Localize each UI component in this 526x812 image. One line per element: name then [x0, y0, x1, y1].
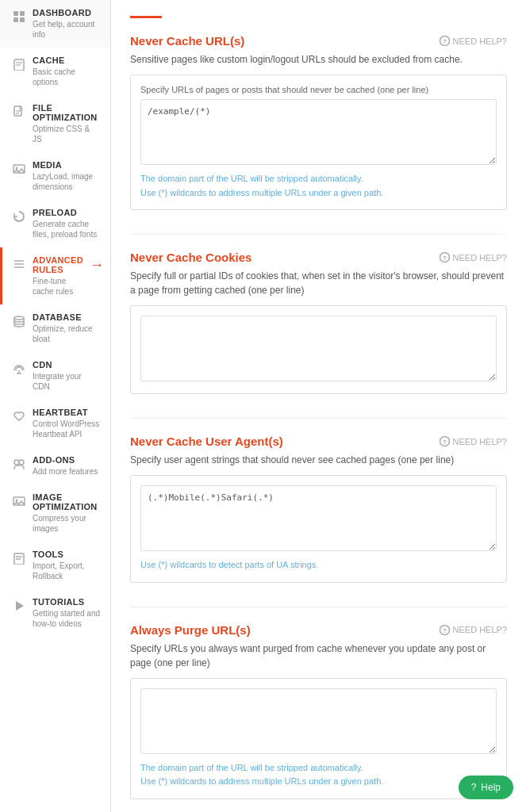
- sidebar-item-preload[interactable]: PRELOADGenerate cache files, preload fon…: [0, 200, 110, 247]
- svg-text:?: ?: [443, 255, 447, 262]
- svg-rect-1: [20, 11, 25, 16]
- sidebar-item-desc-preload: Generate cache files, preload fonts: [33, 219, 101, 239]
- svg-text:?: ?: [443, 627, 447, 634]
- sidebar-item-title-advanced-rules: ADVANCED RULES: [33, 255, 83, 274]
- sidebar-item-tools[interactable]: TOOLSImport, Export, Rollback: [0, 542, 110, 589]
- sidebar-item-media[interactable]: MEDIALazyLoad, image dimensions: [0, 152, 110, 200]
- sidebar-item-file-optimization[interactable]: FILE OPTIMIZATIONOptimize CSS & JS: [0, 95, 110, 152]
- section-title-never-cache-cookies: Never Cache Cookies: [130, 251, 251, 264]
- sidebar-item-title-add-ons: ADD-ONS: [33, 455, 101, 465]
- section-never-cache-user-agent: Never Cache User Agent(s)? NEED HELP?Spe…: [130, 418, 507, 583]
- sidebar-item-desc-image-optimization: Compress your images: [33, 513, 101, 534]
- main-content: Never Cache URL(s)? NEED HELP?Sensitive …: [111, 0, 526, 812]
- sidebar-item-title-database: DATABASE: [33, 312, 101, 322]
- sidebar-item-dashboard[interactable]: DASHBOARDGet help, account info: [0, 0, 110, 48]
- sidebar-item-desc-file-optimization: Optimize CSS & JS: [33, 124, 101, 144]
- section-header-never-cache-user-agent: Never Cache User Agent(s)? NEED HELP?: [130, 435, 507, 448]
- sidebar-item-title-tutorials: TUTORIALS: [33, 597, 101, 607]
- need-help-never-cache-user-agent[interactable]: ? NEED HELP?: [440, 436, 507, 446]
- sidebar-item-desc-media: LazyLoad, image dimensions: [33, 171, 101, 192]
- sidebar-item-desc-tutorials: Getting started and how-to videos: [33, 608, 101, 629]
- sidebar-item-database[interactable]: DATABASEOptimize, reduce bloat: [0, 304, 110, 352]
- section-divider: [130, 607, 507, 607]
- section-header-never-cache-cookies: Never Cache Cookies? NEED HELP?: [130, 251, 507, 264]
- svg-point-19: [19, 460, 24, 465]
- media-icon: [12, 162, 26, 176]
- section-never-cache-urls: Never Cache URL(s)? NEED HELP?Sensitive …: [130, 34, 507, 210]
- textarea-always-purge-urls[interactable]: [140, 688, 497, 754]
- sidebar-item-desc-database: Optimize, reduce bloat: [33, 324, 101, 344]
- sidebar-item-desc-dashboard: Get help, account info: [33, 19, 101, 40]
- sidebar-item-cache[interactable]: CACHEBasic cache options: [0, 48, 110, 95]
- sidebar-item-title-file-optimization: FILE OPTIMIZATION: [33, 103, 101, 122]
- section-desc-always-purge-urls: Specify URLs you always want purged from…: [130, 642, 507, 670]
- sidebar-item-title-tools: TOOLS: [33, 550, 101, 559]
- help-button[interactable]: ? Help: [459, 776, 513, 799]
- field-label-never-cache-urls: Specify URLs of pages or posts that shou…: [140, 85, 497, 94]
- svg-point-18: [14, 460, 19, 465]
- preload-icon: [12, 209, 26, 224]
- help-icon: ?: [471, 782, 477, 793]
- sidebar-item-image-optimization[interactable]: IMAGE OPTIMIZATIONCompress your images: [0, 485, 110, 542]
- textarea-never-cache-cookies[interactable]: [140, 316, 497, 381]
- sidebar-item-title-heartbeat: HEARTBEAT: [33, 408, 101, 417]
- svg-rect-3: [20, 17, 25, 22]
- svg-rect-0: [13, 11, 18, 16]
- section-title-never-cache-urls: Never Cache URL(s): [130, 34, 244, 48]
- sidebar-item-heartbeat[interactable]: HEARTBEATControl WordPress Heartbeat API: [0, 400, 110, 447]
- section-header-never-cache-urls: Never Cache URL(s)? NEED HELP?: [130, 34, 507, 48]
- cdn-icon: [12, 362, 26, 376]
- sidebar-item-desc-add-ons: Add more features: [33, 466, 101, 477]
- svg-point-15: [14, 316, 24, 320]
- active-arrow-icon: →: [90, 257, 104, 274]
- sidebar-item-desc-cdn: Integrate your CDN: [33, 371, 101, 392]
- section-always-purge-urls: Always Purge URL(s)? NEED HELP?Specify U…: [130, 607, 507, 799]
- sidebar-item-desc-tools: Import, Export, Rollback: [33, 561, 101, 581]
- file-optimization-icon: [12, 105, 26, 119]
- tools-icon: [12, 551, 26, 565]
- need-help-never-cache-cookies[interactable]: ? NEED HELP?: [440, 252, 507, 262]
- svg-marker-25: [16, 601, 24, 611]
- svg-text:?: ?: [443, 439, 447, 446]
- textarea-never-cache-urls[interactable]: [140, 99, 497, 165]
- tutorials-icon: [12, 599, 26, 613]
- sidebar-item-title-cdn: CDN: [33, 360, 101, 370]
- sidebar-item-add-ons[interactable]: ADD-ONSAdd more features: [0, 447, 110, 485]
- sidebar-item-desc-advanced-rules: Fine-tune cache rules: [33, 276, 83, 297]
- image-optimization-icon: [12, 494, 26, 508]
- sidebar-item-advanced-rules[interactable]: ADVANCED RULESFine-tune cache rules→: [0, 247, 110, 304]
- section-desc-never-cache-urls: Sensitive pages like custom login/logout…: [130, 52, 507, 67]
- sidebar-item-title-preload: PRELOAD: [33, 208, 101, 217]
- dashboard-icon: [12, 10, 26, 24]
- database-icon: [12, 314, 26, 328]
- section-divider: [130, 418, 507, 419]
- sidebar: DASHBOARDGet help, account infoCACHEBasi…: [0, 0, 111, 812]
- sidebar-item-title-image-optimization: IMAGE OPTIMIZATION: [33, 492, 101, 511]
- field-box-never-cache-user-agent: Use (*) wildcards to detect parts of UA …: [130, 475, 507, 583]
- sidebar-item-title-dashboard: DASHBOARD: [33, 8, 101, 17]
- section-never-cache-cookies: Never Cache Cookies? NEED HELP?Specify f…: [130, 234, 507, 394]
- sidebar-item-desc-cache: Basic cache options: [33, 67, 101, 87]
- need-help-always-purge-urls[interactable]: ? NEED HELP?: [440, 625, 507, 635]
- textarea-never-cache-user-agent[interactable]: [140, 485, 497, 551]
- cache-icon: [12, 57, 26, 71]
- hints-never-cache-urls: The domain part of the URL will be strip…: [140, 172, 497, 200]
- hints-always-purge-urls: The domain part of the URL will be strip…: [140, 761, 497, 789]
- need-help-never-cache-urls[interactable]: ? NEED HELP?: [440, 36, 507, 46]
- field-box-never-cache-cookies: [130, 305, 507, 394]
- add-ons-icon: [12, 457, 26, 471]
- sidebar-item-tutorials[interactable]: TUTORIALSGetting started and how-to vide…: [0, 589, 110, 637]
- field-box-always-purge-urls: The domain part of the URL will be strip…: [130, 678, 507, 799]
- section-title-never-cache-user-agent: Never Cache User Agent(s): [130, 435, 283, 448]
- hints-never-cache-user-agent: Use (*) wildcards to detect parts of UA …: [140, 558, 497, 573]
- sidebar-item-desc-heartbeat: Control WordPress Heartbeat API: [33, 419, 101, 439]
- top-border-accent: [130, 16, 162, 18]
- help-label: Help: [481, 782, 501, 793]
- section-divider: [130, 234, 507, 235]
- sidebar-item-title-cache: CACHE: [33, 56, 101, 65]
- sidebar-item-title-media: MEDIA: [33, 160, 101, 170]
- svg-rect-2: [13, 17, 18, 22]
- field-box-never-cache-urls: Specify URLs of pages or posts that shou…: [130, 75, 507, 210]
- sidebar-item-cdn[interactable]: CDNIntegrate your CDN: [0, 352, 110, 400]
- section-header-always-purge-urls: Always Purge URL(s)? NEED HELP?: [130, 623, 507, 637]
